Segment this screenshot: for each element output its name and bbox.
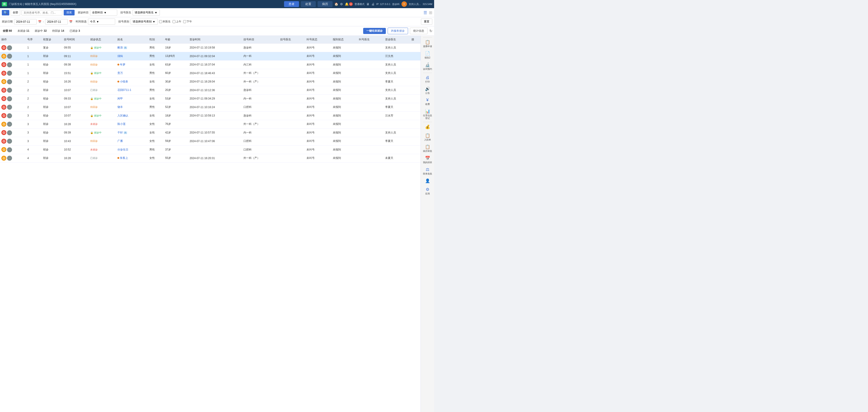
op-more-6[interactable]: ···: [7, 96, 12, 101]
sidebar-item-9[interactable]: 📋 病历审批: [422, 143, 434, 154]
op-power-13[interactable]: ⏻: [1, 156, 6, 161]
search-icon-btn[interactable]: 🔍: [2, 10, 9, 15]
op-more-2[interactable]: ···: [7, 62, 12, 67]
name-cell-6[interactable]: 闲甲: [116, 95, 148, 103]
calendar-icon-from[interactable]: 📅: [38, 20, 41, 23]
op-power-5[interactable]: ⏻: [1, 88, 6, 93]
reg-time-10: 09:39: [63, 128, 89, 137]
sidebar-item-1[interactable]: 📄 报告2: [422, 50, 434, 61]
sidebar-item-7[interactable]: 💰: [422, 123, 434, 131]
status-tab-2[interactable]: 就诊中 32: [34, 29, 48, 33]
name-cell-2[interactable]: 年梦: [116, 61, 148, 69]
name-cell-0[interactable]: 断浪 伪: [116, 43, 148, 52]
sidebar-item-10[interactable]: 📅 我的排班: [422, 154, 434, 165]
checkbox-am[interactable]: 上午: [173, 20, 181, 24]
name-cell-11[interactable]: 广雁: [116, 137, 148, 146]
top-icon-print[interactable]: 🖨: [371, 2, 374, 6]
name-cell-7[interactable]: 饶丰: [116, 103, 148, 112]
op-more-4[interactable]: ···: [7, 79, 12, 84]
op-power-2[interactable]: ⏻: [1, 62, 6, 67]
sidebar-item-6[interactable]: 📊 生育信息 登记: [422, 107, 434, 121]
sidebar-item-0[interactable]: 📋 退费申请: [422, 38, 434, 49]
op-power-0[interactable]: ⏻: [1, 45, 6, 50]
op-more-13[interactable]: ···: [7, 156, 12, 161]
op-more-11[interactable]: ···: [7, 139, 12, 144]
stats-button[interactable]: 统计信息: [410, 28, 428, 34]
visit-subject-select[interactable]: 全部科目 ▼: [90, 9, 117, 15]
op-more-5[interactable]: ···: [7, 88, 12, 93]
sidebar-label-0: 退费申请: [423, 45, 432, 48]
op-more-1[interactable]: ···: [7, 54, 12, 59]
status-cell-8: 🔒 就诊中: [89, 112, 116, 120]
op-power-6[interactable]: ⏻: [1, 96, 6, 101]
op-power-4[interactable]: ⏻: [1, 79, 6, 84]
time-filter-select[interactable]: 今天 ▼: [88, 19, 115, 25]
op-power-11[interactable]: ⏻: [1, 139, 6, 144]
op-power-9[interactable]: ⏻: [1, 122, 6, 127]
date-to-input[interactable]: [45, 19, 68, 25]
name-cell-4[interactable]: 小怪兽: [116, 77, 148, 86]
op-more-7[interactable]: ···: [7, 105, 12, 110]
name-cell-10[interactable]: 干轩 伪: [116, 128, 148, 137]
sidebar-item-5[interactable]: ¥ 收费: [422, 96, 434, 107]
name-cell-1[interactable]: 须灿: [116, 52, 148, 61]
op-power-12[interactable]: ⏻: [1, 147, 6, 152]
refresh-icon[interactable]: ↻: [429, 29, 432, 33]
op-power-10[interactable]: ⏻: [1, 130, 6, 135]
status-tab-4[interactable]: 已就诊 3: [69, 29, 81, 33]
first-visit-time-7: 2024-07-11 10:16:24: [188, 103, 242, 112]
search-input[interactable]: [22, 10, 62, 15]
checkbox-self[interactable]: 本医生: [159, 20, 171, 24]
nav-records[interactable]: 病历: [318, 1, 333, 7]
reset-button[interactable]: 重置: [421, 19, 432, 25]
op-more-8[interactable]: ···: [7, 113, 12, 118]
name-cell-5[interactable]: 召回0711-1: [116, 86, 148, 95]
list-view-icon[interactable]: ☰: [424, 10, 427, 15]
doctor-select[interactable]: 请选择挂号医生 ▼: [133, 9, 160, 15]
status-tab-1[interactable]: 未就诊 11: [17, 29, 30, 33]
top-icon-bell[interactable]: 🔔: [345, 2, 349, 6]
checkbox-pm[interactable]: 下午: [183, 20, 192, 24]
search-button[interactable]: 搜索: [64, 10, 74, 15]
name-cell-8[interactable]: 入区确认: [116, 112, 148, 120]
name-cell-13[interactable]: 朱客上: [116, 154, 148, 162]
grid-view-icon[interactable]: ⊞: [429, 10, 432, 15]
nav-treatment[interactable]: 处置: [301, 1, 316, 7]
name-cell-3[interactable]: 贵万: [116, 69, 148, 77]
cross-service-button[interactable]: 跨服务接诊: [388, 28, 408, 34]
visit-type-9: 初诊: [42, 120, 63, 128]
reg-type-select[interactable]: 请选择挂号类别 ▼: [131, 19, 158, 25]
status-tab-0[interactable]: 全部 60: [2, 29, 13, 33]
op-more-9[interactable]: ···: [7, 122, 12, 127]
op-power-7[interactable]: ⏻: [1, 105, 6, 110]
date-from-input[interactable]: [14, 19, 37, 25]
nav-patients[interactable]: 患者: [284, 1, 299, 7]
op-more-10[interactable]: ···: [7, 130, 12, 135]
end-visit-button[interactable]: 一键结束就诊: [363, 28, 386, 34]
table-row: ⏻ ··· 3初诊10:43待回诊广雁女性59岁2024-07-11 10:47…: [0, 137, 421, 146]
scope-selector[interactable]: 全部: [11, 9, 20, 15]
op-more-3[interactable]: ···: [7, 71, 12, 76]
name-cell-9[interactable]: 陈小莲: [116, 120, 148, 128]
gender-cell-2: 女性: [148, 61, 164, 69]
status-tab-3[interactable]: 待回诊 14: [51, 29, 65, 33]
op-power-1[interactable]: ⏻: [1, 54, 6, 59]
calendar-icon-to[interactable]: 📅: [69, 20, 72, 23]
sidebar-divider-7: [423, 122, 432, 122]
sidebar-item-11[interactable]: ⚖ 医务批批: [422, 166, 434, 177]
sidebar-item-2[interactable]: 🔬 诊间预约: [422, 61, 434, 72]
op-power-3[interactable]: ⏻: [1, 71, 6, 76]
op-more-12[interactable]: ···: [7, 147, 12, 152]
top-icon-monitor[interactable]: 🖥: [366, 2, 370, 6]
name-cell-12[interactable]: 分诊生日: [116, 146, 148, 154]
call-status-12: 未叫号: [305, 146, 332, 154]
sidebar-item-4[interactable]: 🔊 公告: [422, 85, 434, 96]
sidebar-item-3[interactable]: 🖨 打印: [422, 74, 434, 85]
top-icon-home[interactable]: 🏠: [334, 2, 338, 6]
sidebar-item-13[interactable]: ⚙ 应用: [422, 186, 434, 196]
top-icon-settings[interactable]: ⚙: [340, 2, 343, 6]
op-more-0[interactable]: ···: [7, 45, 12, 50]
sidebar-item-12[interactable]: 👤: [422, 177, 434, 185]
op-power-8[interactable]: ⏻: [1, 113, 6, 118]
sidebar-item-8[interactable]: 📋 入院单: [422, 132, 434, 142]
